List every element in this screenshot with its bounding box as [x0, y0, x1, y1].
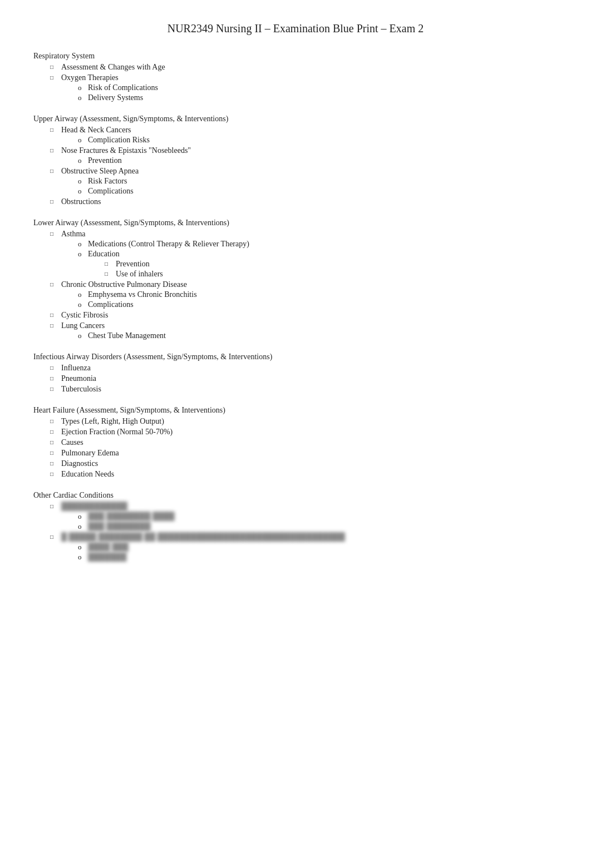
list-item: Nose Fractures & Epistaxis "Nosebleeds"P… [50, 146, 558, 165]
list-item: Use of inhalers [105, 270, 558, 279]
list-item: Complication Risks [78, 136, 558, 145]
section-lower-airway: Lower Airway (Assessment, Sign/Symptoms,… [33, 219, 558, 340]
section-other-cardiac: Other Cardiac Conditions███████████████ … [33, 491, 558, 562]
list-item: Diagnostics [50, 459, 558, 468]
list-item: Lung CancersChest Tube Management [50, 321, 558, 340]
list-item: Assessment & Changes with Age [50, 63, 558, 72]
list-item: Prevention [105, 260, 558, 269]
list-item: Ejection Fraction (Normal 50-70%) [50, 428, 558, 437]
list-item: AsthmaMedications (Control Therapy & Rel… [50, 230, 558, 279]
section-heart-failure: Heart Failure (Assessment, Sign/Symptoms… [33, 406, 558, 479]
list-item: ████ ███ [78, 543, 558, 552]
list-item: Pneumonia [50, 374, 558, 383]
list-item: Delivery Systems [78, 93, 558, 102]
section-respiratory: Respiratory SystemAssessment & Changes w… [33, 52, 558, 102]
list-item: ███ ████████ ████ [78, 512, 558, 521]
list-item: Tuberculosis [50, 385, 558, 394]
section-title-upper-airway: Upper Airway (Assessment, Sign/Symptoms,… [33, 115, 558, 123]
list-item: Education Needs [50, 470, 558, 479]
list-item: Complications [78, 300, 558, 309]
list-item: ███████ [78, 553, 558, 562]
list-item: Types (Left, Right, High Output) [50, 417, 558, 426]
list-item: Causes [50, 438, 558, 447]
list-item: Head & Neck CancersComplication Risks [50, 126, 558, 145]
list-item: Influenza [50, 364, 558, 373]
list-item: Cystic Fibrosis [50, 311, 558, 320]
list-item: Chronic Obstructive Pulmonary DiseaseEmp… [50, 280, 558, 309]
page-title: NUR2349 Nursing II – Examination Blue Pr… [33, 22, 558, 35]
section-title-other-cardiac: Other Cardiac Conditions [33, 491, 558, 500]
list-item: Risk Factors [78, 177, 558, 186]
list-item: Prevention [78, 156, 558, 165]
section-infectious: Infectious Airway Disorders (Assessment,… [33, 353, 558, 394]
list-item: ███████████████ ████████ ███████ ███████… [50, 502, 558, 531]
document-content: Respiratory SystemAssessment & Changes w… [33, 52, 558, 562]
section-title-heart-failure: Heart Failure (Assessment, Sign/Symptoms… [33, 406, 558, 415]
section-title-respiratory: Respiratory System [33, 52, 558, 61]
section-upper-airway: Upper Airway (Assessment, Sign/Symptoms,… [33, 115, 558, 206]
list-item: Complications [78, 187, 558, 196]
list-item: Risk of Complications [78, 83, 558, 92]
section-title-infectious: Infectious Airway Disorders (Assessment,… [33, 353, 558, 361]
list-item: EducationPreventionUse of inhalers [78, 250, 558, 279]
list-item: ███ ████████ [78, 522, 558, 531]
list-item: Medications (Control Therapy & Reliever … [78, 240, 558, 249]
list-item: Oxygen TherapiesRisk of ComplicationsDel… [50, 73, 558, 102]
list-item: Emphysema vs Chronic Bronchitis [78, 290, 558, 299]
list-item: Pulmonary Edema [50, 449, 558, 458]
section-title-lower-airway: Lower Airway (Assessment, Sign/Symptoms,… [33, 219, 558, 227]
list-item: Obstructions [50, 197, 558, 206]
list-item: Obstructive Sleep ApneaRisk FactorsCompl… [50, 167, 558, 196]
list-item: █ █████ ████████ ██ ████████████████████… [50, 533, 558, 562]
list-item: Chest Tube Management [78, 331, 558, 340]
